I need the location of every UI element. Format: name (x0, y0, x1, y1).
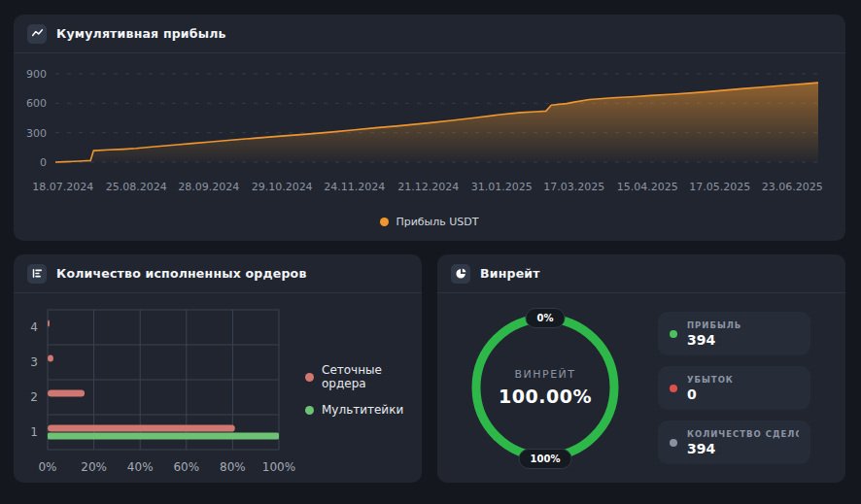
orders-legend-item[interactable]: Сеточные ордера (305, 363, 422, 390)
x-tick-label: 29.10.2024 (252, 181, 313, 193)
y-tick-label: 300 (26, 127, 47, 140)
stat-texts: ПРИБЫЛЬ394 (687, 320, 741, 348)
panel-winrate-header: Винрейт (437, 254, 845, 293)
y-tick-label: 0 (40, 156, 47, 169)
panel-cumulative-profit-header: Кумулятивная прибыль (14, 15, 845, 53)
stat-label: КОЛИЧЕСТВО СДЕЛОК (687, 429, 799, 439)
stat-label: ПРИБЫЛЬ (687, 320, 741, 330)
category-label: 1 (30, 425, 38, 439)
x-tick-label: 40% (127, 460, 154, 474)
x-tick-label: 25.08.2024 (106, 181, 167, 193)
profit-legend: Прибыль USDT (14, 212, 845, 231)
x-tick-label: 21.12.2024 (397, 181, 459, 193)
winrate-donut: ВИНРЕЙТ 100.00% 0% 100% (463, 304, 628, 471)
stat-value: 394 (687, 441, 799, 456)
x-tick-label: 24.11.2024 (324, 181, 385, 193)
legend-label: Мультитейки (322, 403, 403, 417)
trend-line-icon (27, 24, 47, 44)
bar-grid-orders (48, 320, 50, 327)
legend-dot (305, 373, 314, 382)
panel-title: Количество исполненных ордеров (56, 266, 307, 281)
winrate-stat-card: УБЫТОК0 (658, 366, 810, 410)
cumulative-profit-chart: 030060090018.07.202425.08.202428.09.2024… (14, 53, 845, 207)
orders-legend: Сеточные ордераМультитейки (305, 363, 422, 417)
panel-title: Кумулятивная прибыль (56, 26, 226, 41)
stat-dot (670, 385, 677, 392)
profit-legend-dot (380, 218, 389, 226)
category-label: 4 (30, 320, 38, 334)
y-tick-label: 600 (26, 97, 47, 110)
winrate-stats: ПРИБЫЛЬ394УБЫТОК0КОЛИЧЕСТВО СДЕЛОК394 (658, 312, 810, 464)
stat-dot (670, 330, 677, 338)
x-tick-label: 15.04.2025 (617, 181, 678, 193)
x-tick-label: 18.07.2024 (32, 181, 93, 193)
winrate-value: 100.00% (499, 386, 592, 407)
stat-value: 394 (687, 332, 741, 348)
panel-cumulative-profit: Кумулятивная прибыль 030060090018.07.202… (14, 15, 845, 241)
category-label: 2 (30, 390, 38, 404)
x-tick-label: 17.03.2025 (543, 181, 604, 193)
x-tick-label: 17.05.2025 (689, 181, 750, 193)
stat-texts: КОЛИЧЕСТВО СДЕЛОК394 (687, 429, 799, 456)
winrate-center: ВИНРЕЙТ 100.00% (463, 304, 628, 471)
x-tick-label: 20% (81, 460, 107, 474)
y-tick-label: 900 (26, 68, 47, 81)
horizontal-bars-icon (27, 264, 47, 284)
bar-grid-orders (48, 425, 235, 432)
orders-legend-item[interactable]: Мультитейки (305, 403, 422, 417)
winrate-stat-card: ПРИБЫЛЬ394 (658, 312, 810, 355)
panel-executed-orders-header: Количество исполненных ордеров (14, 254, 422, 293)
x-tick-label: 28.09.2024 (178, 181, 239, 193)
x-tick-label: 80% (220, 460, 246, 474)
winrate-badge-100: 100% (519, 449, 572, 469)
panel-winrate: Винрейт ВИНРЕЙТ 100.00% 0% 100% ПРИБЫЛЬ3… (437, 254, 845, 483)
x-tick-label: 23.06.2025 (762, 181, 823, 193)
x-tick-label: 100% (262, 460, 295, 474)
winrate-label: ВИНРЕЙТ (514, 368, 575, 381)
stat-value: 0 (687, 386, 734, 402)
profit-legend-label[interactable]: Прибыль USDT (396, 216, 478, 228)
dashboard: Кумулятивная прибыль 030060090018.07.202… (0, 0, 861, 504)
panel-title: Винрейт (480, 266, 540, 281)
legend-dot (305, 406, 314, 415)
x-tick-label: 31.01.2025 (471, 181, 533, 193)
pie-chart-icon (451, 264, 470, 284)
stat-dot (670, 439, 677, 447)
winrate-badge-0: 0% (526, 308, 566, 328)
panel-executed-orders: Количество исполненных ордеров 0%20%40%6… (14, 254, 422, 483)
stat-label: УБЫТОК (687, 375, 734, 385)
legend-label: Сеточные ордера (322, 363, 422, 390)
bar-grid-orders (48, 390, 85, 397)
bar-multitakes (48, 433, 279, 440)
x-tick-label: 60% (173, 460, 199, 474)
bar-grid-orders (48, 355, 53, 362)
winrate-stat-card: КОЛИЧЕСТВО СДЕЛОК394 (658, 420, 810, 464)
category-label: 3 (30, 355, 38, 369)
stat-texts: УБЫТОК0 (687, 375, 734, 402)
x-tick-label: 0% (38, 460, 56, 474)
